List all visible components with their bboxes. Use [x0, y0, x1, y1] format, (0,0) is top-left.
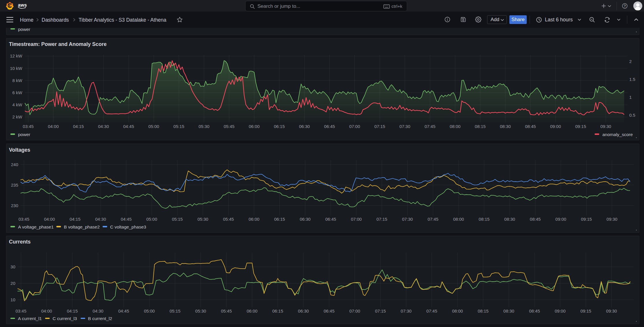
svg-text:04:15: 04:15 [67, 309, 78, 313]
svg-text:09:15: 09:15 [581, 217, 592, 222]
svg-text:06:45: 06:45 [324, 124, 335, 129]
svg-text:07:30: 07:30 [402, 217, 413, 222]
svg-text:09:30: 09:30 [600, 124, 611, 129]
svg-text:05:45: 05:45 [221, 309, 232, 313]
svg-text:05:30: 05:30 [198, 124, 209, 129]
svg-text:2 kW: 2 kW [12, 114, 23, 119]
svg-text:05:30: 05:30 [197, 217, 208, 222]
svg-text:240: 240 [11, 162, 18, 167]
svg-text:04:00: 04:00 [44, 217, 55, 222]
svg-text:07:15: 07:15 [376, 217, 387, 222]
svg-text:09:00: 09:00 [550, 124, 561, 129]
svg-text:07:45: 07:45 [428, 217, 439, 222]
svg-text:08:45: 08:45 [530, 217, 541, 222]
svg-text:04:30: 04:30 [95, 217, 106, 222]
svg-text:8 kW: 8 kW [12, 78, 23, 83]
svg-text:05:45: 05:45 [224, 124, 235, 129]
svg-text:06:30: 06:30 [298, 309, 309, 313]
svg-text:07:15: 07:15 [374, 124, 385, 129]
svg-text:04:00: 04:00 [41, 309, 52, 313]
svg-text:06:00: 06:00 [248, 217, 259, 222]
svg-text:04:30: 04:30 [92, 309, 103, 313]
svg-text:07:45: 07:45 [425, 124, 436, 129]
svg-text:08:30: 08:30 [503, 309, 514, 313]
svg-text:05:15: 05:15 [172, 217, 183, 222]
svg-text:10: 10 [10, 297, 15, 302]
svg-text:09:30: 09:30 [606, 309, 617, 313]
svg-text:08:15: 08:15 [478, 309, 489, 313]
svg-text:09:15: 09:15 [575, 124, 586, 129]
svg-text:03:45: 03:45 [18, 217, 29, 222]
svg-text:08:30: 08:30 [500, 124, 511, 129]
svg-text:06:30: 06:30 [300, 217, 311, 222]
svg-text:03:45: 03:45 [16, 309, 27, 313]
svg-text:10 kW: 10 kW [10, 66, 22, 71]
svg-text:09:00: 09:00 [555, 217, 566, 222]
svg-text:09:15: 09:15 [580, 309, 591, 313]
svg-text:06:15: 06:15 [272, 309, 283, 313]
svg-text:06:45: 06:45 [325, 217, 336, 222]
svg-text:07:00: 07:00 [349, 124, 360, 129]
svg-text:20: 20 [10, 281, 15, 286]
svg-text:06:00: 06:00 [247, 309, 258, 313]
svg-text:2: 2 [629, 59, 632, 64]
svg-text:4 kW: 4 kW [12, 102, 23, 107]
svg-text:08:15: 08:15 [475, 124, 486, 129]
svg-text:06:15: 06:15 [274, 217, 285, 222]
svg-text:06:15: 06:15 [274, 124, 285, 129]
svg-text:08:00: 08:00 [450, 124, 461, 129]
svg-text:1: 1 [629, 95, 632, 100]
svg-text:04:30: 04:30 [98, 124, 109, 129]
svg-text:08:30: 08:30 [504, 217, 515, 222]
svg-text:04:45: 04:45 [118, 309, 129, 313]
svg-text:0.5: 0.5 [629, 113, 635, 118]
svg-text:08:00: 08:00 [452, 309, 463, 313]
svg-text:05:15: 05:15 [173, 124, 184, 129]
svg-text:08:45: 08:45 [525, 124, 536, 129]
svg-text:07:00: 07:00 [351, 217, 362, 222]
svg-text:05:30: 05:30 [195, 309, 206, 313]
svg-text:08:45: 08:45 [529, 309, 540, 313]
svg-text:09:00: 09:00 [555, 309, 566, 313]
svg-text:230: 230 [11, 203, 18, 208]
svg-text:04:00: 04:00 [48, 124, 59, 129]
svg-text:06:00: 06:00 [249, 124, 260, 129]
svg-text:07:30: 07:30 [400, 124, 411, 129]
svg-text:1.5: 1.5 [629, 77, 635, 82]
svg-text:07:45: 07:45 [426, 309, 437, 313]
svg-text:05:00: 05:00 [148, 124, 159, 129]
svg-text:05:15: 05:15 [170, 309, 181, 313]
svg-text:03:45: 03:45 [23, 124, 34, 129]
svg-text:04:15: 04:15 [70, 217, 81, 222]
svg-text:235: 235 [11, 183, 18, 187]
svg-text:07:30: 07:30 [401, 309, 412, 313]
svg-text:04:45: 04:45 [123, 124, 134, 129]
svg-text:04:45: 04:45 [121, 217, 132, 222]
svg-text:08:15: 08:15 [479, 217, 490, 222]
svg-text:6 kW: 6 kW [12, 90, 23, 95]
svg-text:05:45: 05:45 [223, 217, 234, 222]
svg-text:09:30: 09:30 [606, 217, 617, 222]
svg-text:?: ? [624, 4, 626, 8]
svg-text:06:30: 06:30 [299, 124, 310, 129]
svg-text:07:15: 07:15 [375, 309, 386, 313]
svg-text:04:15: 04:15 [73, 124, 84, 129]
svg-text:05:00: 05:00 [146, 217, 157, 222]
svg-text:30: 30 [10, 264, 15, 269]
svg-text:08:00: 08:00 [453, 217, 464, 222]
svg-text:07:00: 07:00 [349, 309, 360, 313]
svg-text:12 kW: 12 kW [10, 53, 22, 58]
svg-text:05:00: 05:00 [144, 309, 155, 313]
svg-text:06:45: 06:45 [324, 309, 335, 313]
